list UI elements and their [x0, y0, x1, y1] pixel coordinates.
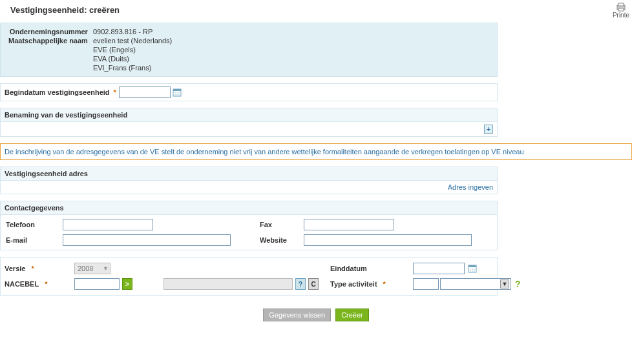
company-name-2: EVA (Duits) — [90, 54, 174, 63]
chevron-down-icon: ▼ — [103, 265, 109, 272]
calendar-icon[interactable] — [172, 87, 182, 97]
company-name-0: evelien test (Nederlands) — [90, 36, 174, 45]
start-date-section: Begindatum vestigingseenheid * — [0, 83, 498, 101]
svg-rect-7 — [178, 92, 180, 94]
company-name-3: EVI_Frans (Frans) — [90, 63, 174, 72]
svg-rect-17 — [472, 270, 473, 272]
svg-rect-9 — [176, 94, 178, 96]
address-section: Vestigingseenheid adres Adres ingeven — [0, 167, 498, 194]
clear-button[interactable]: Gegevens wissen — [263, 308, 331, 321]
svg-rect-16 — [470, 270, 471, 272]
fax-input[interactable] — [304, 219, 394, 230]
start-date-required: * — [114, 88, 116, 96]
svg-rect-18 — [474, 270, 475, 272]
contact-section: Contactgegevens Telefoon Fax E-mail Webs… — [0, 201, 498, 250]
email-label: E-mail — [5, 236, 56, 244]
website-input[interactable] — [304, 234, 472, 246]
svg-rect-10 — [178, 94, 180, 96]
phone-input[interactable] — [63, 219, 153, 230]
activity-type-label: Type activiteit — [330, 280, 377, 288]
help-button[interactable]: ? — [295, 278, 306, 290]
chevron-down-icon: ▼ — [500, 279, 509, 288]
version-select: 2008 ▼ — [74, 263, 111, 274]
svg-rect-12 — [469, 265, 476, 267]
svg-rect-13 — [470, 268, 471, 270]
svg-rect-1 — [618, 3, 624, 6]
svg-rect-2 — [618, 8, 624, 11]
email-input[interactable] — [63, 234, 231, 246]
company-name-1: EVE (Engels) — [90, 45, 174, 54]
svg-rect-14 — [472, 268, 473, 270]
nacebel-code-input[interactable] — [74, 278, 120, 290]
activity-type-select[interactable]: ▼ — [440, 278, 511, 290]
company-info-panel: Ondernemingsnummer 0902.893.816 - RP Maa… — [0, 23, 498, 77]
company-name-label: Maatschappelijke naam — [6, 36, 90, 45]
enter-address-link[interactable]: Adres ingeven — [448, 183, 493, 191]
svg-rect-6 — [176, 92, 178, 94]
add-name-icon[interactable]: + — [484, 125, 493, 134]
version-label: Versie — [5, 265, 25, 272]
start-date-label: Begindatum vestigingseenheid — [5, 88, 110, 96]
page-title: Vestigingseenheid: creëren — [0, 3, 120, 15]
warning-message: De inschrijving van de adresgegevens van… — [0, 143, 632, 160]
svg-rect-8 — [174, 94, 176, 96]
version-required: * — [31, 265, 34, 272]
phone-label: Telefoon — [5, 221, 56, 228]
nacebel-required: * — [45, 280, 47, 288]
fax-label: Fax — [258, 221, 297, 228]
start-date-input[interactable] — [119, 86, 171, 98]
contact-header: Contactgegevens — [1, 201, 497, 215]
nacebel-search-button[interactable]: > — [122, 278, 132, 290]
nacebel-desc-field — [163, 278, 293, 290]
calendar-icon[interactable] — [467, 263, 478, 274]
activity-section: Versie * 2008 ▼ Einddatum — [0, 257, 498, 296]
help-icon[interactable]: ? — [515, 279, 521, 289]
naming-section: Benaming van de vestigingseenheid + — [0, 108, 498, 137]
naming-header: Benaming van de vestigingseenheid — [1, 108, 497, 122]
enterprise-number-value: 0902.893.816 - RP — [90, 27, 174, 36]
nacebel-label: NACEBEL — [5, 280, 39, 288]
activity-type-code-input[interactable] — [413, 278, 439, 290]
clear-nacebel-button[interactable]: C — [308, 278, 319, 290]
print-label: Printe — [613, 12, 629, 19]
create-button[interactable]: Creëer — [335, 308, 369, 321]
version-value: 2008 — [78, 265, 93, 272]
address-header: Vestigingseenheid adres — [1, 167, 497, 181]
enterprise-number-label: Ondernemingsnummer — [6, 27, 90, 36]
website-label: Website — [258, 236, 297, 244]
activity-type-required: * — [383, 280, 386, 288]
enddate-input[interactable] — [413, 263, 465, 274]
svg-rect-4 — [173, 89, 181, 91]
svg-rect-15 — [474, 268, 475, 270]
print-icon[interactable] — [616, 3, 626, 12]
svg-rect-5 — [174, 92, 176, 94]
enddate-label: Einddatum — [330, 265, 367, 272]
